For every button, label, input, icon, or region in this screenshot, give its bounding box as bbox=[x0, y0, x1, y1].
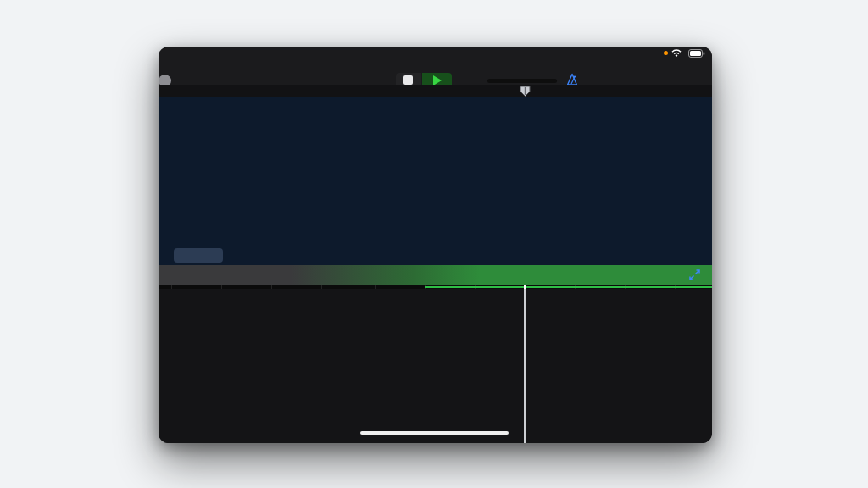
timeline-ruler[interactable] bbox=[159, 85, 712, 98]
garageband-app-window bbox=[159, 47, 712, 443]
home-indicator[interactable] bbox=[360, 431, 509, 435]
stop-icon bbox=[403, 75, 413, 85]
status-bar bbox=[159, 47, 712, 58]
eq-graph[interactable] bbox=[159, 97, 712, 265]
screenshot-stage bbox=[0, 0, 868, 488]
expand-icon[interactable] bbox=[687, 268, 702, 282]
plugin-title-bar[interactable] bbox=[159, 265, 712, 285]
playhead-marker[interactable] bbox=[520, 86, 531, 97]
analyzer-button[interactable] bbox=[174, 248, 223, 263]
transport-bar bbox=[159, 58, 712, 85]
visual-eq-panel bbox=[159, 97, 712, 265]
status-icons bbox=[664, 48, 705, 58]
volume-slider-track[interactable] bbox=[487, 79, 557, 83]
orange-indicator-dot bbox=[664, 51, 668, 55]
battery-icon bbox=[688, 49, 705, 58]
wifi-icon bbox=[671, 49, 682, 57]
playhead-line[interactable] bbox=[524, 289, 526, 443]
overview-region-bar bbox=[425, 286, 712, 288]
tracks-area bbox=[159, 289, 712, 443]
